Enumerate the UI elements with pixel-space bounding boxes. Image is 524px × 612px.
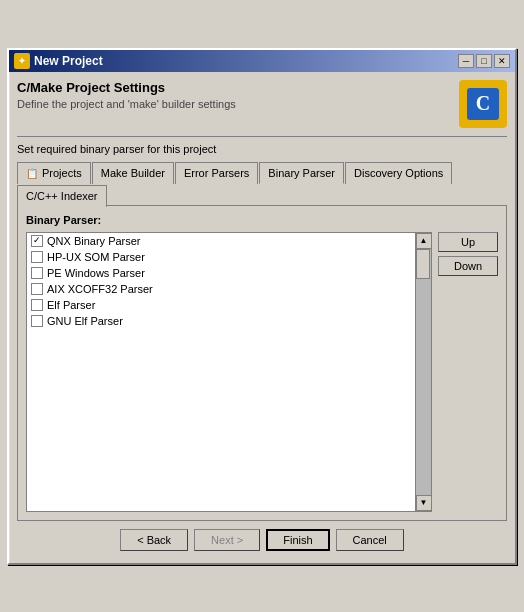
page-subtitle: Define the project and 'make' builder se… [17,98,236,110]
tab-binary-parser[interactable]: Binary Parser [259,162,344,184]
title-bar-left: ✦ New Project [14,53,103,69]
item-label-hpux: HP-UX SOM Parser [47,251,145,263]
item-label-qnx: QNX Binary Parser [47,235,141,247]
scroll-track [416,249,431,495]
main-window: ✦ New Project ─ □ ✕ C/Make Project Setti… [7,48,517,565]
list-item[interactable]: GNU Elf Parser [27,313,415,329]
checkbox-hpux[interactable] [31,251,43,263]
list-item[interactable]: Elf Parser [27,297,415,313]
tab-make-builder-label: Make Builder [101,167,165,179]
title-controls: ─ □ ✕ [458,54,510,68]
next-button[interactable]: Next > [194,529,260,551]
tab-cpp-indexer[interactable]: C/C++ Indexer [17,185,107,207]
list-inner: QNX Binary Parser HP-UX SOM Parser PE Wi… [27,233,415,329]
list-item[interactable]: PE Windows Parser [27,265,415,281]
window-title: New Project [34,54,103,68]
scroll-down-button[interactable]: ▼ [416,495,432,511]
item-label-aix: AIX XCOFF32 Parser [47,283,153,295]
checkbox-aix[interactable] [31,283,43,295]
up-button[interactable]: Up [438,232,498,252]
tab-error-parsers[interactable]: Error Parsers [175,162,258,184]
checkbox-elf[interactable] [31,299,43,311]
scroll-thumb[interactable] [416,249,430,279]
side-buttons: Up Down [438,232,498,512]
finish-button[interactable]: Finish [266,529,329,551]
tab-projects[interactable]: 📋 Projects [17,162,91,184]
tab-panel: Binary Parser: QNX Binary Parser HP-UX S… [17,205,507,521]
tab-error-parsers-label: Error Parsers [184,167,249,179]
page-title: C/Make Project Settings [17,80,236,95]
down-button[interactable]: Down [438,256,498,276]
window-icon: ✦ [14,53,30,69]
tab-projects-label: Projects [42,167,82,179]
tab-bar: 📋 Projects Make Builder Error Parsers Bi… [17,161,507,206]
item-label-gnu-elf: GNU Elf Parser [47,315,123,327]
item-label-elf: Elf Parser [47,299,95,311]
header-icon-letter: C [467,88,499,120]
checkbox-gnu-elf[interactable] [31,315,43,327]
scroll-up-button[interactable]: ▲ [416,233,432,249]
tab-discovery-options-label: Discovery Options [354,167,443,179]
tab-discovery-options[interactable]: Discovery Options [345,162,452,184]
list-container: QNX Binary Parser HP-UX SOM Parser PE Wi… [26,232,498,512]
header-section: C/Make Project Settings Define the proje… [17,80,507,128]
checkbox-pe[interactable] [31,267,43,279]
cancel-button[interactable]: Cancel [336,529,404,551]
tab-make-builder[interactable]: Make Builder [92,162,174,184]
section-label: Set required binary parser for this proj… [17,143,507,155]
checkbox-qnx[interactable] [31,235,43,247]
scrollbar[interactable]: ▲ ▼ [415,233,431,511]
header-text: C/Make Project Settings Define the proje… [17,80,236,110]
tab-cpp-indexer-label: C/C++ Indexer [26,190,98,202]
binary-parser-list[interactable]: QNX Binary Parser HP-UX SOM Parser PE Wi… [26,232,432,512]
header-icon: C [459,80,507,128]
separator-top [17,136,507,137]
window-content: C/Make Project Settings Define the proje… [9,72,515,563]
projects-tab-icon: 📋 [26,168,38,179]
title-bar: ✦ New Project ─ □ ✕ [9,50,515,72]
back-button[interactable]: < Back [120,529,188,551]
list-item[interactable]: HP-UX SOM Parser [27,249,415,265]
list-item[interactable]: QNX Binary Parser [27,233,415,249]
maximize-button[interactable]: □ [476,54,492,68]
panel-label: Binary Parser: [26,214,498,226]
tab-binary-parser-label: Binary Parser [268,167,335,179]
minimize-button[interactable]: ─ [458,54,474,68]
item-label-pe: PE Windows Parser [47,267,145,279]
list-item[interactable]: AIX XCOFF32 Parser [27,281,415,297]
close-button[interactable]: ✕ [494,54,510,68]
bottom-buttons: < Back Next > Finish Cancel [17,521,507,555]
